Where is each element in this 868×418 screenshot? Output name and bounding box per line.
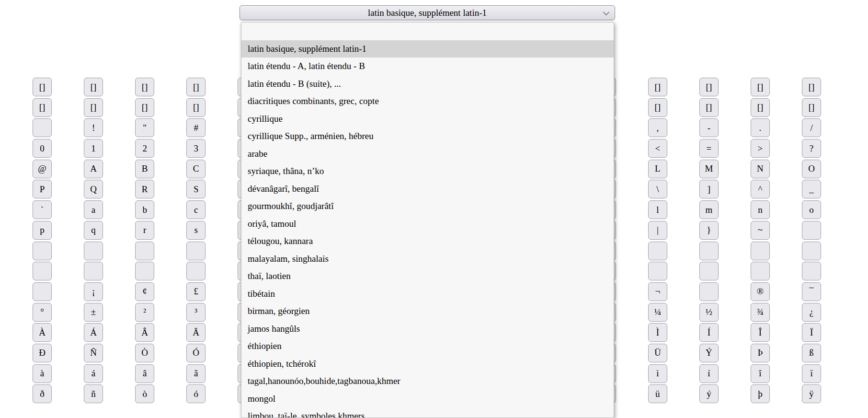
char-button[interactable]: 0 [33,139,52,158]
char-button[interactable]: Ð [33,344,52,362]
char-button[interactable] [33,242,52,260]
char-button[interactable]: Ü [648,344,667,362]
char-button[interactable]: r [135,221,154,240]
char-button[interactable] [802,262,821,280]
char-button[interactable]: Ã [186,323,206,342]
char-button[interactable]: Ý [699,344,719,362]
char-button[interactable]: ì [648,364,667,383]
char-button[interactable]: [] [648,98,667,117]
char-button[interactable]: a [84,200,103,219]
char-button[interactable]: ¼ [648,303,667,322]
char-button[interactable]: Í [699,323,719,342]
char-button[interactable] [699,242,719,260]
char-button[interactable]: Ï [802,323,821,342]
char-button[interactable]: = [699,139,719,158]
char-button[interactable]: [] [186,98,206,117]
dropdown-option[interactable]: latin basique, supplément latin-1 [241,40,614,58]
char-button[interactable]: ¬ [648,282,667,301]
char-button[interactable] [699,282,719,301]
char-button[interactable]: ~ [751,221,770,240]
char-button[interactable]: Â [135,323,154,342]
char-button[interactable]: ÿ [802,384,821,403]
char-button[interactable]: [] [699,98,719,117]
char-button[interactable]: ³ [186,303,206,322]
char-button[interactable]: ? [802,139,821,158]
char-button[interactable]: p [33,221,52,240]
char-button[interactable] [648,242,667,260]
char-button[interactable]: ! [84,118,103,137]
dropdown-option[interactable]: latin étendu - B (suite), ... [241,75,614,93]
char-button[interactable]: ¿ [802,303,821,322]
char-button[interactable]: Q [84,180,103,198]
char-button[interactable]: ð [33,384,52,403]
char-button[interactable]: [] [751,78,770,96]
dropdown-option[interactable]: limbou, taï-le, symboles khmers [241,407,614,418]
char-button[interactable]: ® [751,282,770,301]
char-button[interactable]: [] [33,78,52,96]
char-button[interactable]: [] [84,78,103,96]
dropdown-option[interactable]: jamos hangûls [241,320,614,338]
char-button[interactable]: ý [699,384,719,403]
char-button[interactable]: s [186,221,206,240]
char-button[interactable]: Ì [648,323,667,342]
dropdown-option[interactable]: télougou, kannara [241,232,614,250]
char-button[interactable]: 1 [84,139,103,158]
char-button[interactable]: [] [186,78,206,96]
char-button[interactable]: £ [186,282,206,301]
char-button[interactable] [802,242,821,260]
char-button[interactable]: ½ [699,303,719,322]
char-button[interactable]: [] [751,98,770,117]
char-button[interactable]: ¡ [84,282,103,301]
char-button[interactable]: , [648,118,667,137]
char-button[interactable]: [] [135,78,154,96]
char-button[interactable] [135,242,154,260]
char-button[interactable]: Á [84,323,103,342]
char-button[interactable]: " [135,118,154,137]
char-button[interactable] [751,262,770,280]
block-select[interactable]: latin basique, supplément latin-1 [240,5,615,20]
char-button[interactable]: l [648,200,667,219]
char-button[interactable]: [] [802,98,821,117]
char-button[interactable] [33,262,52,280]
char-button[interactable]: À [33,323,52,342]
char-button[interactable] [186,242,206,260]
char-button[interactable]: L [648,160,667,178]
char-button[interactable] [84,262,103,280]
char-button[interactable]: 2 [135,139,154,158]
char-button[interactable]: ò [135,384,154,403]
char-button[interactable]: [] [699,78,719,96]
char-button[interactable]: Ò [135,344,154,362]
dropdown-option[interactable]: latin étendu - A, latin étendu - B [241,58,614,75]
char-button[interactable]: / [802,118,821,137]
char-button[interactable] [699,262,719,280]
char-button[interactable]: ï [802,364,821,383]
char-button[interactable]: î [751,364,770,383]
char-button[interactable]: ² [135,303,154,322]
char-button[interactable]: B [135,160,154,178]
char-button[interactable]: ^ [751,180,770,198]
char-button[interactable]: N [751,160,770,178]
dropdown-option[interactable]: éthiopien, tchérokî [241,355,614,373]
char-button[interactable] [648,262,667,280]
char-button[interactable]: ã [186,364,206,383]
char-button[interactable]: M [699,160,719,178]
char-button[interactable]: í [699,364,719,383]
dropdown-option[interactable]: syriaque, thâna, n’ko [241,163,614,180]
char-button[interactable]: à [33,364,52,383]
char-button[interactable]: \ [648,180,667,198]
dropdown-option[interactable]: birman, géorgien [241,302,614,320]
char-button[interactable] [135,262,154,280]
char-button[interactable]: [] [135,98,154,117]
char-button[interactable]: â [135,364,154,383]
dropdown-option[interactable]: cyrillique [241,110,614,128]
char-button[interactable] [84,242,103,260]
dropdown-option[interactable]: cyrillique Supp., arménien, hébreu [241,128,614,145]
char-button[interactable]: ü [648,384,667,403]
char-button[interactable]: - [699,118,719,137]
char-button[interactable]: _ [802,180,821,198]
char-button[interactable]: þ [751,384,770,403]
char-button[interactable]: O [802,160,821,178]
char-button[interactable]: q [84,221,103,240]
char-button[interactable]: S [186,180,206,198]
char-button[interactable]: ¯ [802,282,821,301]
